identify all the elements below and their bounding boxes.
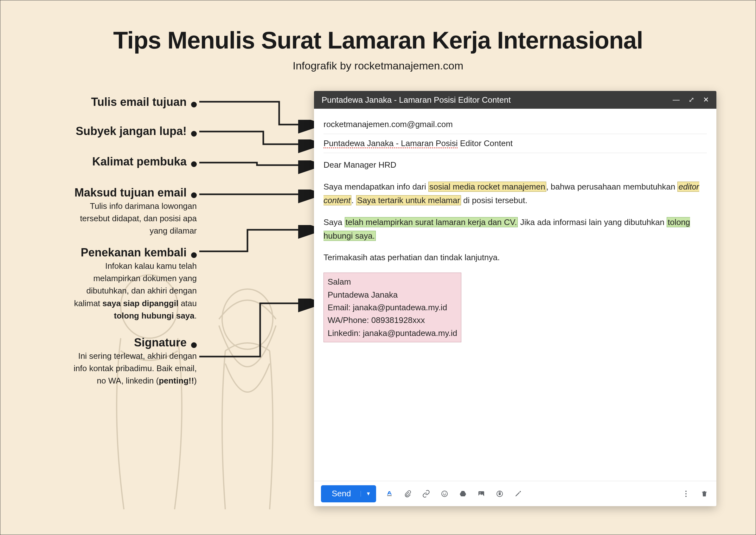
svg-point-11 bbox=[685, 496, 687, 497]
bullet-icon bbox=[191, 161, 197, 167]
paragraph-thanks: Terimakasih atas perhatian dan tindak la… bbox=[323, 251, 707, 264]
sig-phone: WA/Phone: 089381928xxx bbox=[328, 314, 457, 326]
svg-point-10 bbox=[685, 493, 687, 494]
page-subtitle: Infografik by rocketmanajemen.com bbox=[0, 60, 756, 72]
expand-icon[interactable]: ⤢ bbox=[688, 96, 694, 104]
tip-title: Signature bbox=[134, 336, 187, 349]
confidential-icon[interactable] bbox=[495, 489, 505, 499]
highlight-interest: Saya tertarik untuk melamar bbox=[356, 195, 461, 205]
attach-icon[interactable] bbox=[403, 489, 413, 499]
send-dropdown-icon[interactable]: ▼ bbox=[361, 491, 376, 497]
pen-icon[interactable] bbox=[513, 489, 523, 499]
close-icon[interactable]: ✕ bbox=[703, 96, 709, 104]
tip-sub: yang dilamar bbox=[19, 225, 197, 237]
tip-title: Subyek jangan lupa! bbox=[76, 125, 187, 138]
paragraph-purpose: Saya mendapatkan info dari sosial media … bbox=[323, 180, 707, 207]
sig-name: Puntadewa Janaka bbox=[328, 288, 457, 301]
tip-subyek: Subyek jangan lupa! bbox=[19, 125, 197, 138]
signature-block: Salam Puntadewa Janaka Email: janaka@pun… bbox=[323, 272, 461, 342]
tip-sub: Ini sering terlewat, akhiri dengan bbox=[19, 351, 197, 362]
tip-sub: info kontak pribadimu. Baik email, bbox=[19, 363, 197, 374]
svg-point-9 bbox=[685, 491, 687, 492]
tip-sub: dibutuhkan, dan akhiri dengan bbox=[19, 285, 197, 296]
more-icon[interactable] bbox=[681, 489, 691, 499]
bullet-icon bbox=[191, 192, 197, 198]
bullet-icon bbox=[191, 342, 197, 348]
sig-email: Email: janaka@puntadewa.my.id bbox=[328, 301, 457, 314]
tip-sub: Tulis info darimana lowongan bbox=[19, 201, 197, 212]
tip-title: Maksud tujuan email bbox=[74, 186, 187, 199]
tip-title: Kalimat pembuka bbox=[92, 155, 187, 168]
bullet-icon bbox=[191, 131, 197, 137]
emoji-icon[interactable] bbox=[440, 489, 449, 499]
to-field[interactable]: rocketmanajemen.com@gmail.com bbox=[323, 115, 707, 134]
page-title: Tips Menulis Surat Lamaran Kerja Interna… bbox=[0, 0, 756, 54]
tip-penekanan: Penekanan kembali Infokan kalau kamu tel… bbox=[19, 246, 197, 321]
svg-point-1 bbox=[222, 289, 273, 349]
bullet-icon bbox=[191, 252, 197, 258]
svg-point-3 bbox=[443, 493, 444, 493]
tip-sub: no WA, linkedin (penting!!) bbox=[19, 375, 197, 386]
text-format-icon[interactable] bbox=[384, 489, 394, 499]
email-body-area: rocketmanajemen.com@gmail.com Puntadewa … bbox=[314, 109, 716, 481]
compose-toolbar: Send ▼ bbox=[314, 481, 716, 506]
window-titlebar[interactable]: Puntadewa Janaka - Lamaran Posisi Editor… bbox=[314, 91, 716, 109]
trash-icon[interactable] bbox=[699, 489, 710, 499]
tip-sub: melampirkan dokumen yang bbox=[19, 273, 197, 284]
highlight-attach: telah melampirkan surat lamaran kerja da… bbox=[345, 217, 518, 227]
subject-field[interactable]: Puntadewa Janaka - Lamaran Posisi Editor… bbox=[323, 134, 707, 153]
window-title: Puntadewa Janaka - Lamaran Posisi Editor… bbox=[322, 95, 673, 105]
drive-icon[interactable] bbox=[458, 489, 468, 499]
tip-email-tujuan: Tulis email tujuan bbox=[19, 96, 197, 109]
email-compose-window: Puntadewa Janaka - Lamaran Posisi Editor… bbox=[314, 91, 716, 506]
minimize-icon[interactable]: — bbox=[673, 96, 680, 104]
tip-sub: kalimat saya siap dipanggil atau bbox=[19, 298, 197, 309]
tip-kalimat-pembuka: Kalimat pembuka bbox=[19, 155, 197, 168]
highlight-source: sosial media rocket manajemen bbox=[428, 182, 546, 192]
sig-salutation: Salam bbox=[328, 275, 457, 288]
sig-linkedin: Linkedin: janaka@puntadewa.my.id bbox=[328, 327, 457, 339]
send-button[interactable]: Send ▼ bbox=[321, 485, 376, 502]
svg-point-6 bbox=[479, 492, 480, 493]
svg-rect-8 bbox=[499, 493, 500, 495]
bullet-icon bbox=[191, 102, 197, 107]
tip-signature: Signature Ini sering terlewat, akhiri de… bbox=[19, 336, 197, 386]
tip-maksud-tujuan: Maksud tujuan email Tulis info darimana … bbox=[19, 186, 197, 237]
tip-title: Tulis email tujuan bbox=[91, 96, 187, 109]
image-icon[interactable] bbox=[476, 489, 486, 499]
paragraph-attachment: Saya telah melampirkan surat lamaran ker… bbox=[323, 215, 707, 243]
tip-sub: tolong hubungi saya. bbox=[19, 310, 197, 322]
svg-point-4 bbox=[445, 493, 446, 493]
tip-title: Penekanan kembali bbox=[81, 246, 187, 259]
tip-sub: Infokan kalau kamu telah bbox=[19, 261, 197, 272]
tips-column: Tulis email tujuan Subyek jangan lupa! K… bbox=[19, 94, 197, 396]
email-content[interactable]: Dear Manager HRD Saya mendapatkan info d… bbox=[323, 153, 707, 342]
tip-sub: tersebut didapat, dan posisi apa bbox=[19, 213, 197, 224]
send-label: Send bbox=[321, 489, 361, 498]
greeting-line: Dear Manager HRD bbox=[323, 158, 707, 172]
svg-point-2 bbox=[442, 491, 447, 497]
link-icon[interactable] bbox=[421, 489, 431, 499]
